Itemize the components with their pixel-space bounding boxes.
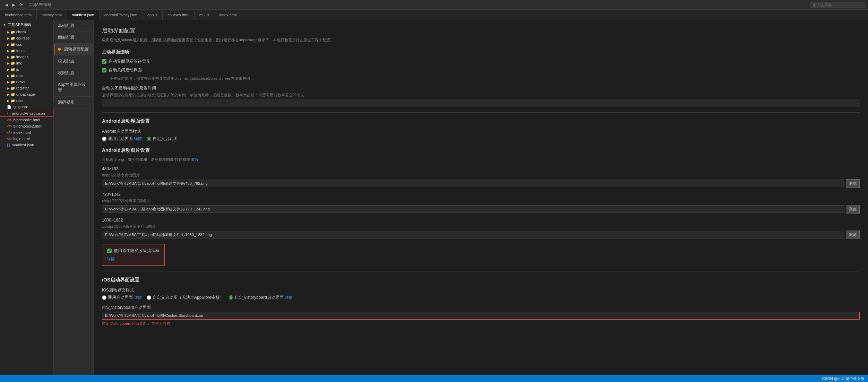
browse-480-button[interactable]: 浏览 (846, 179, 860, 188)
sidebar-item-js[interactable]: ▶ 📁 js (0, 66, 53, 72)
splash-waiting-checkbox[interactable] (102, 59, 106, 64)
storyboard-title: 自定义storyboard启动界面 (102, 305, 860, 311)
html-icon-login: </> (7, 137, 12, 141)
statusbar: CSDN @小四是个处女座 (0, 375, 868, 382)
nav-permission[interactable]: 权限配置 (54, 67, 93, 79)
ios-style-label: iOS启动界面样式 (102, 287, 860, 293)
nav-source[interactable]: 源码视图 (54, 97, 93, 108)
browse-1080-button[interactable]: 浏览 (846, 231, 860, 239)
size-1080-row: 浏览 (102, 231, 860, 239)
sidebar-arrow-icon: ▼ (3, 23, 6, 27)
divider-1 (102, 112, 860, 113)
android-radio-custom-label: 自定义启动图 (147, 136, 178, 142)
splash-options-title: 启动界面选项 (102, 49, 860, 55)
privacy-checkbox[interactable] (107, 249, 112, 253)
tab-bindmobile[interactable]: bindmobile.html (0, 10, 37, 20)
sidebar-item-register[interactable]: ▶ 📁 register (0, 85, 53, 91)
tab-androidprivacy[interactable]: androidPrivacy.json (100, 10, 143, 20)
folder-icon-user: ▶ 📁 (7, 99, 15, 103)
sidebar-item-main[interactable]: ▶ 📁 main (0, 72, 53, 79)
toolbar-reload-btn[interactable]: ⟳ (17, 2, 25, 8)
android-style-row: 通用启动界面 详情 自定义启动图 (102, 136, 860, 142)
browse-720-button[interactable]: 浏览 (846, 205, 860, 214)
nav-splash[interactable]: 启动界面配置 (54, 44, 93, 55)
sidebar-item-news[interactable]: ▶ 📁 news (0, 79, 53, 85)
storyboard-row (102, 312, 860, 320)
toolbar: ◀ ▶ ⟳ 二期APP源码 (0, 0, 868, 10)
tab-indexhtml[interactable]: index.html (214, 10, 242, 20)
android-image-tutorial-link[interactable]: 教程 (191, 157, 199, 162)
sidebar-item-bindmobile[interactable]: </> bindmobile.html (0, 117, 53, 123)
ios-radio-common[interactable] (102, 295, 106, 300)
toolbar-forward-btn[interactable]: ▶ (10, 2, 17, 8)
json-icon-androidprivacy: { } (7, 112, 10, 115)
tab-manifest[interactable]: manifest.json (67, 10, 100, 20)
folder-icon-js: ▶ 📁 (7, 68, 15, 71)
close-splash-checkbox[interactable] (102, 68, 106, 72)
close-splash-label: 自动关闭启动界面 (109, 67, 142, 73)
sidebar-item-check[interactable]: ▶ 📁 check (0, 29, 53, 35)
storyboard-input[interactable] (102, 312, 860, 320)
manifest-nav: 基础配置 图标配置 启动界面配置 模块配置 权限配置 App常用其它设置 源码视… (54, 20, 94, 375)
sidebar-item-css[interactable]: ▶ 📁 css (0, 41, 53, 47)
tab-courses[interactable]: courses.html (163, 10, 194, 20)
ios-common-detail-link[interactable]: 详情 (134, 295, 142, 300)
privacy-detail-link[interactable]: 详情 (107, 257, 115, 261)
html-icon-bindmobile2: </> (7, 124, 12, 128)
sidebar-root[interactable]: ▼ 二期APP源码 (0, 20, 53, 29)
toolbar-back-btn[interactable]: ◀ (3, 2, 10, 8)
active-dot-icon (58, 48, 61, 51)
sidebar-item-gitignore[interactable]: 📄 .gitignore (0, 104, 53, 110)
android-image-title: Android启动图片设置 (102, 147, 860, 154)
folder-icon-courses: ▶ 📁 (7, 36, 15, 40)
sidebar-item-login[interactable]: </> login.html (0, 136, 53, 142)
size-1080-label-title: 1080×1882 (102, 218, 860, 223)
android-common-detail-link[interactable]: 详情 (134, 136, 142, 141)
project-title: 二期APP源码 (28, 2, 51, 7)
divider-2 (102, 271, 860, 271)
size-720-sublabel: xhdpi 720P高分辨率启动图片 (102, 198, 860, 203)
sidebar-item-courses[interactable]: ▶ 📁 courses (0, 35, 53, 41)
size-720-input[interactable] (102, 205, 844, 213)
page-description: 应用启动及splash相关配置，启动图或界面的变更需云打包后生效。图片建议存在u… (102, 37, 860, 43)
size-480-label-title: 480×762 (102, 166, 860, 171)
sidebar-item-fonts[interactable]: ▶ 📁 fonts (0, 47, 53, 54)
sidebar-item-images[interactable]: ▶ 📁 images (0, 54, 53, 60)
ios-radio-storyboard[interactable] (229, 295, 233, 300)
tab-muijs[interactable]: mui.js (195, 10, 215, 20)
sidebar-item-user[interactable]: ▶ 📁 user (0, 97, 53, 104)
content-area: 启动界面配置 应用启动及splash相关配置，启动图或界面的变更需云打包后生效。… (94, 20, 868, 375)
nav-icon[interactable]: 图标配置 (54, 32, 93, 44)
size-480-input[interactable] (102, 180, 844, 187)
tab-privacy[interactable]: privacy.html (37, 10, 67, 20)
sidebar-item-androidprivacy[interactable]: { } androidPrivacy.json (0, 110, 53, 117)
ios-radio-custom[interactable] (147, 295, 151, 300)
sidebar-item-img[interactable]: ▶ 📁 img (0, 60, 53, 66)
sidebar-item-unpackage[interactable]: ▶ 📁 unpackage (0, 91, 53, 97)
android-image-desc: 可配置.9.png，减少包体积，避免模糊图像/拉伸模糊 教程 (102, 157, 199, 162)
sidebar-item-manifest[interactable]: { } manifest.json (0, 142, 53, 148)
ios-storyboard-detail-link[interactable]: 详情 (285, 295, 293, 300)
ios-radio-custom-label: 自定义启动图（无法过AppStore审核） (147, 295, 224, 301)
git-icon: 📄 (7, 105, 11, 109)
splash-waiting-label: 启动界面显示等待雪花 (109, 59, 150, 64)
storyboard-error: 自定义storyboard启动界面： 文件不存在 (102, 321, 860, 326)
toolbar-search-input[interactable] (810, 2, 865, 8)
nav-basic[interactable]: 基础配置 (54, 20, 93, 32)
privacy-checkbox-label: 使用原生隐私政策提示框 (114, 248, 160, 254)
size-480-row: 浏览 (102, 179, 860, 188)
sidebar-item-bindmobile2[interactable]: </> bindmobile2.html (0, 123, 53, 129)
android-radio-common-label: 通用启动界面 详情 (102, 136, 142, 142)
sidebar-root-label: 二期APP源码 (8, 22, 31, 27)
delay-desc: 启动界面应在应用的首屏加载完成延迟关闭的时间，单位为毫秒，必须是整数。数字大起始… (102, 93, 860, 98)
sidebar-item-index[interactable]: </> index.html (0, 129, 53, 136)
splash-waiting-row: 启动界面显示等待雪花 (102, 59, 860, 64)
nav-module[interactable]: 模块配置 (54, 55, 93, 67)
folder-icon-fonts: ▶ 📁 (7, 49, 15, 53)
size-1080-input[interactable] (102, 231, 844, 238)
android-radio-custom[interactable] (147, 137, 151, 141)
tab-appjs[interactable]: app.js (143, 10, 163, 20)
privacy-checkbox-row: 使用原生隐私政策提示框 (107, 248, 160, 254)
android-radio-common[interactable] (102, 137, 106, 141)
nav-other[interactable]: App常用其它设置 (54, 79, 93, 97)
